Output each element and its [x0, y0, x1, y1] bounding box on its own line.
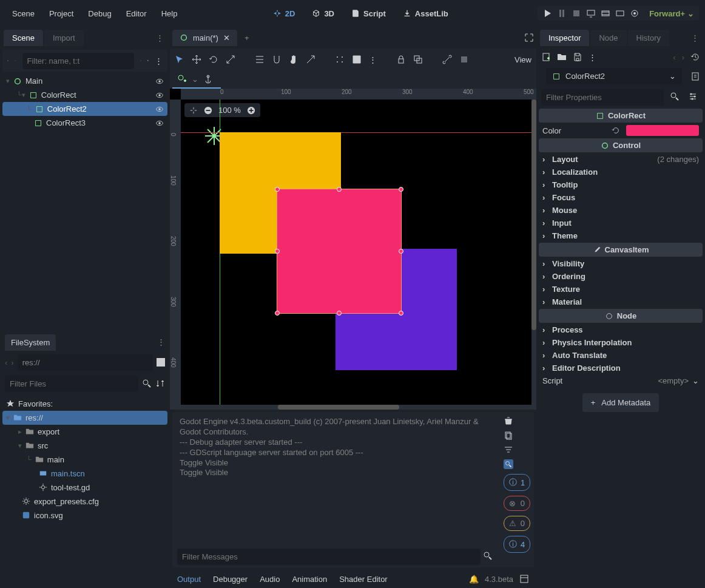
more-icon[interactable]: ⋮ — [589, 53, 596, 62]
trace-count-badge[interactable]: ⓘ4 — [504, 536, 530, 553]
tree-node-colorrect[interactable]: └▾ ColorRect — [2, 88, 167, 102]
prop-autotranslate[interactable]: ›Auto Translate — [536, 349, 705, 362]
prop-mouse[interactable]: ›Mouse — [536, 204, 705, 217]
section-colorrect[interactable]: ColorRect — [539, 109, 703, 123]
nav-fwd-icon[interactable]: › — [11, 358, 13, 367]
fs-view-icon[interactable] — [157, 358, 165, 367]
prop-localization[interactable]: ›Localization — [536, 166, 705, 178]
viewport-2d[interactable]: 0 100 200 300 400 500 0 100 200 300 400 — [170, 89, 536, 410]
revert-icon[interactable] — [612, 126, 620, 135]
tab-audio[interactable]: Audio — [260, 575, 280, 584]
lock-icon[interactable] — [396, 55, 406, 64]
renderer-dropdown[interactable]: Forward+ ⌄ — [649, 9, 694, 18]
more-tools-icon[interactable]: ⋮ — [369, 55, 377, 64]
prop-visibility[interactable]: ›Visibility — [536, 257, 705, 270]
node-name-field[interactable]: ColorRect2 ⌄ — [546, 68, 682, 84]
rotate-tool-icon[interactable] — [209, 55, 218, 64]
tree-node-colorrect2[interactable]: └ ColorRect2 — [2, 102, 167, 116]
move-tool-icon[interactable] — [192, 55, 201, 64]
tree-node-colorrect3[interactable]: ColorRect3 — [2, 116, 167, 130]
menu-scene[interactable]: Scene — [6, 7, 41, 21]
fs-path-input[interactable] — [18, 354, 153, 371]
mode-assetlib-button[interactable]: AssetLib — [397, 7, 454, 21]
prop-theme[interactable]: ›Theme — [536, 229, 705, 242]
pause-icon[interactable] — [557, 8, 567, 18]
prop-editordesc[interactable]: ›Editor Description — [536, 362, 705, 374]
movie-icon[interactable] — [601, 8, 610, 18]
prop-material[interactable]: ›Material — [536, 296, 705, 308]
pan-tool-icon[interactable] — [289, 55, 299, 64]
prop-focus[interactable]: ›Focus — [536, 191, 705, 204]
tab-node[interactable]: Node — [590, 30, 626, 46]
chevron-down-icon[interactable]: ⌄ — [192, 75, 198, 84]
play-remote-icon[interactable] — [586, 8, 596, 18]
info-count-badge[interactable]: ⓘ1 — [504, 474, 530, 491]
anchor-icon[interactable] — [203, 74, 213, 84]
mode-2d-button[interactable]: 2D — [267, 7, 302, 21]
visibility-icon[interactable] — [155, 91, 164, 100]
color-swatch[interactable] — [626, 125, 699, 136]
scene-filter-input[interactable] — [22, 53, 134, 69]
zoom-in-icon[interactable] — [247, 106, 255, 115]
fs-res-root[interactable]: ▾ res:// — [2, 411, 167, 425]
filter-properties-input[interactable] — [541, 89, 664, 106]
search-icon[interactable] — [140, 56, 141, 66]
view-button[interactable]: View — [514, 55, 531, 64]
history-icon[interactable] — [690, 52, 700, 62]
tab-scene[interactable]: Scene — [4, 30, 43, 46]
add-tab-icon[interactable]: + — [237, 33, 257, 42]
sort-icon[interactable] — [155, 379, 165, 388]
zoom-level[interactable]: 100 % — [218, 106, 241, 115]
tab-debugger[interactable]: Debugger — [213, 575, 248, 584]
group-icon[interactable] — [413, 55, 423, 64]
scrollbar-v[interactable] — [531, 100, 536, 410]
fs-tool-test[interactable]: tool-test.gd — [2, 481, 167, 495]
scale-tool-icon[interactable] — [226, 55, 235, 64]
section-node[interactable]: Node — [539, 309, 703, 323]
prop-script[interactable]: Script <empty> ⌄ — [536, 374, 705, 387]
add-metadata-button[interactable]: + Add Metadata — [582, 393, 659, 412]
more-icon[interactable]: ⋮ — [155, 56, 163, 66]
bone-icon[interactable] — [442, 55, 452, 64]
tab-import[interactable]: Import — [44, 30, 84, 46]
visibility-icon[interactable] — [155, 77, 164, 86]
menu-debug[interactable]: Debug — [82, 7, 117, 21]
bell-icon[interactable]: 🔔 — [469, 575, 479, 584]
snap-grid-icon[interactable] — [335, 55, 345, 64]
search-icon[interactable] — [142, 379, 152, 388]
prop-physics[interactable]: ›Physics Interpolation — [536, 336, 705, 349]
nav-back-icon[interactable]: ‹ — [5, 358, 7, 367]
warn-count-badge[interactable]: ⚠0 — [504, 516, 530, 531]
tree-node-main[interactable]: ▾ Main — [2, 74, 167, 88]
fs-export-presets[interactable]: export_presets.cfg — [2, 495, 167, 509]
new-resource-icon[interactable] — [541, 52, 551, 62]
fullscreen-icon[interactable] — [524, 33, 534, 42]
play-scene-icon[interactable] — [615, 8, 625, 18]
menu-help[interactable]: Help — [155, 7, 184, 21]
fs-filter-input[interactable] — [5, 376, 138, 392]
scrollbar-h[interactable] — [181, 405, 531, 410]
prop-process[interactable]: ›Process — [536, 323, 705, 336]
mode-script-button[interactable]: Script — [345, 7, 392, 21]
mode-3d-button[interactable]: 3D — [306, 7, 340, 21]
tab-inspector[interactable]: Inspector — [540, 30, 589, 46]
list-tool-icon[interactable] — [255, 55, 265, 64]
menu-project[interactable]: Project — [43, 7, 79, 21]
visibility-icon[interactable] — [155, 105, 164, 113]
history-back-icon[interactable]: ‹ — [673, 53, 675, 62]
anchor-add-icon[interactable] — [177, 74, 187, 84]
prop-input[interactable]: ›Input — [536, 217, 705, 229]
tab-animation[interactable]: Animation — [292, 575, 327, 584]
canvas-rect-2-selected[interactable] — [277, 189, 401, 313]
prop-layout[interactable]: ›Layout(2 changes) — [536, 153, 705, 166]
play-icon[interactable] — [542, 8, 552, 18]
settings-icon[interactable] — [688, 92, 698, 101]
fs-favorites[interactable]: Favorites: — [2, 397, 167, 411]
scene-tab-main[interactable]: main(*) ✕ — [172, 30, 237, 46]
render-icon[interactable] — [630, 8, 639, 18]
stop-icon[interactable] — [572, 8, 581, 18]
section-canvasitem[interactable]: CanvasItem — [539, 243, 703, 257]
fs-icon-svg[interactable]: icon.svg — [2, 509, 167, 522]
tab-history[interactable]: History — [628, 30, 669, 46]
fs-main-tscn[interactable]: main.tscn — [2, 467, 167, 481]
